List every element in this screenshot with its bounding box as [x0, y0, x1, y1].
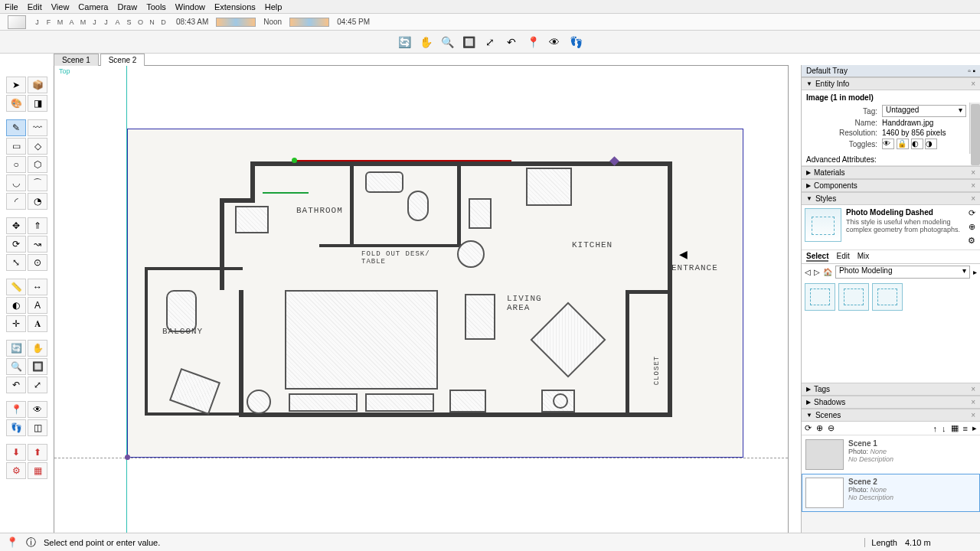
arc2-tool[interactable]: ⌒	[28, 174, 47, 191]
endpoint-marker-1[interactable]	[292, 158, 297, 163]
scene-item-2[interactable]: Scene 2 Photo: None No Description	[802, 474, 980, 512]
month-s[interactable]: S	[124, 18, 134, 26]
previous-view-icon[interactable]: ↶	[503, 34, 520, 51]
tray-title-bar[interactable]: Default Tray ▫ ▪	[802, 65, 980, 77]
scene-detail-icon[interactable]: ▸	[972, 423, 977, 433]
style-thumbnail[interactable]	[805, 208, 841, 242]
walk-tool[interactable]: 👣	[6, 419, 26, 436]
toggle-visible-icon[interactable]: 👁	[882, 139, 894, 149]
origin-marker[interactable]	[125, 455, 130, 460]
menu-camera[interactable]: Camera	[78, 2, 108, 11]
zoom-window-icon[interactable]: 🔲	[460, 34, 477, 51]
section-tool[interactable]: ◫	[28, 419, 47, 436]
style-option-3[interactable]	[872, 283, 903, 311]
look-tool[interactable]: 👁	[28, 401, 47, 418]
shadows-header[interactable]: ▶ Shadows ×	[802, 396, 980, 409]
month-m[interactable]: M	[55, 18, 65, 26]
styles-tab-select[interactable]: Select	[806, 252, 828, 262]
viewport[interactable]: Top	[54, 65, 789, 551]
scene-tab-1[interactable]: Scene 1	[54, 54, 99, 66]
arc-tool[interactable]: ◡	[6, 174, 26, 191]
tape-tool[interactable]: 📏	[6, 279, 26, 295]
styles-tab-mix[interactable]: Mix	[858, 252, 870, 262]
entity-info-scrollbar[interactable]	[969, 103, 980, 154]
menu-extensions[interactable]: Extensions	[214, 2, 256, 11]
month-m2[interactable]: M	[78, 18, 88, 26]
tray-controls[interactable]: ▫ ▪	[968, 67, 975, 75]
toggle-shadow-icon[interactable]: ◐	[911, 139, 923, 149]
nav-details-icon[interactable]: ▸	[973, 268, 977, 276]
styles-tab-edit[interactable]: Edit	[836, 252, 849, 262]
menu-window[interactable]: Window	[175, 2, 205, 11]
offset-tool[interactable]: ⊙	[28, 254, 47, 271]
eraser-tool[interactable]: ◨	[28, 95, 47, 112]
month-j2[interactable]: J	[90, 18, 100, 26]
dimension-tool[interactable]: ↔	[28, 279, 47, 295]
materials-header[interactable]: ▶ Materials ×	[802, 166, 980, 179]
geo-location-icon[interactable]: 📍	[6, 536, 18, 548]
paint-tool[interactable]: 🎨	[6, 95, 26, 112]
previous-tool[interactable]: ↶	[6, 377, 26, 393]
menu-help[interactable]: Help	[265, 2, 283, 11]
close-icon[interactable]: ×	[971, 181, 975, 190]
scale-tool[interactable]: ⤡	[6, 254, 26, 271]
protractor-tool[interactable]: ◐	[6, 297, 26, 314]
pan-icon[interactable]: ✋	[417, 34, 434, 51]
orbit-tool[interactable]: 🔄	[6, 340, 26, 357]
style-update-icon[interactable]: ⟳	[966, 208, 977, 219]
nav-back-icon[interactable]: ◁	[805, 268, 811, 276]
style-collection-dropdown[interactable]: Photo Modeling▾	[835, 266, 970, 279]
rectangle-tool[interactable]: ▭	[6, 138, 26, 155]
freehand-tool[interactable]: 〰	[28, 119, 47, 136]
scene-view-icon[interactable]: ▦	[951, 423, 959, 433]
scene-tab-2[interactable]: Scene 2	[100, 54, 145, 66]
month-n[interactable]: N	[147, 18, 157, 26]
zoom-tool[interactable]: 🔍	[6, 358, 26, 375]
scenes-header[interactable]: ▼ Scenes ×	[802, 409, 980, 422]
zoom-window-tool[interactable]: 🔲	[28, 358, 47, 375]
menu-tools[interactable]: Tools	[146, 2, 166, 11]
close-icon[interactable]: ×	[971, 398, 975, 406]
warehouse-tool[interactable]: ⬇	[6, 444, 26, 461]
line-tool[interactable]: ✎	[6, 119, 26, 136]
month-j[interactable]: J	[32, 18, 42, 26]
text-tool[interactable]: A	[28, 297, 47, 314]
arc3-tool[interactable]: ◜	[6, 193, 26, 210]
month-j3[interactable]: J	[101, 18, 111, 26]
pan-tool[interactable]: ✋	[28, 340, 47, 357]
position-camera-icon[interactable]: 📍	[524, 34, 541, 51]
scene-up-icon[interactable]: ↑	[933, 424, 938, 433]
pushpull-tool[interactable]: ⇑	[28, 217, 47, 234]
menu-edit[interactable]: Edit	[28, 2, 42, 11]
pie-tool[interactable]: ◔	[28, 193, 47, 210]
imported-image[interactable]: BATHROOM FOLD OUT DESK/ TABLE KITCHEN EN…	[127, 129, 743, 458]
extension-tool[interactable]: ⚙	[6, 462, 26, 479]
close-icon[interactable]: ×	[971, 385, 975, 393]
time-gradient-slider[interactable]	[216, 18, 256, 27]
toggle-lock-icon[interactable]: 🔒	[897, 139, 909, 149]
close-icon[interactable]: ×	[971, 80, 975, 88]
tags-header[interactable]: ▶ Tags ×	[802, 383, 980, 396]
walk-icon[interactable]: 👣	[567, 34, 584, 51]
circle-tool[interactable]: ○	[6, 156, 26, 173]
style-option-1[interactable]	[805, 283, 835, 311]
toggle-cast-icon[interactable]: ◑	[925, 139, 937, 149]
close-icon[interactable]: ×	[971, 411, 975, 419]
scene-update-icon[interactable]: ⟳	[805, 423, 812, 433]
warehouse-up-tool[interactable]: ⬆	[28, 444, 47, 461]
layout-tool[interactable]: ▦	[28, 462, 47, 479]
followme-tool[interactable]: ↝	[28, 236, 47, 253]
menu-view[interactable]: View	[51, 2, 70, 11]
rotated-rect-tool[interactable]: ◇	[28, 138, 47, 155]
tag-dropdown[interactable]: Untagged ▾	[882, 105, 966, 117]
style-opts-icon[interactable]: ⚙	[966, 236, 977, 246]
month-a[interactable]: A	[67, 18, 77, 26]
scene-item-1[interactable]: Scene 1 Photo: None No Description	[802, 435, 980, 474]
polygon-tool[interactable]: ⬡	[28, 156, 47, 173]
zoom-extents-icon[interactable]: ⤢	[482, 34, 498, 51]
3dtext-tool[interactable]: 𝐀	[28, 315, 47, 332]
look-around-icon[interactable]: 👁	[546, 34, 563, 51]
credits-icon[interactable]: ⓘ	[26, 536, 36, 549]
close-icon[interactable]: ×	[971, 168, 975, 177]
close-icon[interactable]: ×	[971, 194, 975, 203]
